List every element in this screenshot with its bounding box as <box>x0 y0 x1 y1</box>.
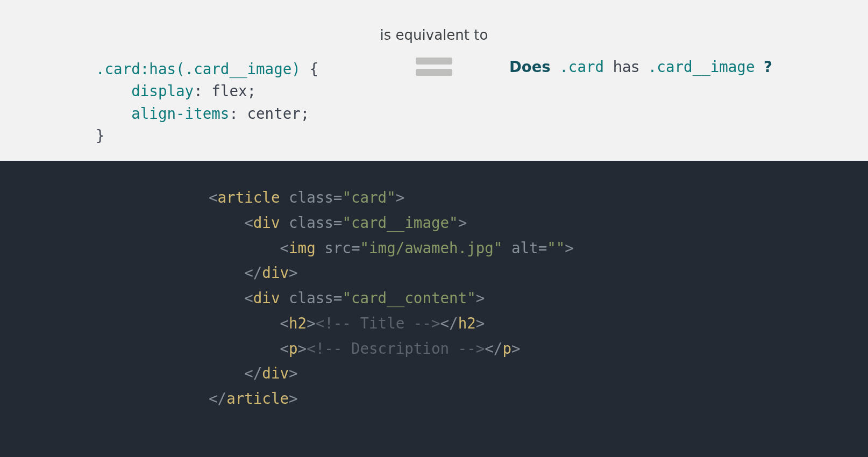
html-tag-h2: h2 <box>458 315 476 332</box>
question-image-class: .card__image <box>648 58 755 75</box>
html-quote: " <box>449 214 458 231</box>
html-equals: = <box>333 189 343 206</box>
html-panel: <article class="card"> <div class="card_… <box>0 161 868 457</box>
css-brace-open: { <box>301 60 318 77</box>
html-equals: = <box>351 239 360 256</box>
html-space <box>280 189 289 206</box>
html-class-card-content: card__content <box>351 289 467 306</box>
html-angle-open: < <box>244 289 253 306</box>
equivalence-panel: is equivalent to .card:has(.card__image)… <box>0 0 868 161</box>
css-selector-card: .card <box>96 60 140 77</box>
css-prop-align-items: align-items <box>131 105 229 122</box>
equiv-label: is equivalent to <box>0 27 868 43</box>
question-qmark: ? <box>764 58 772 75</box>
html-indent <box>209 289 244 306</box>
html-attr-alt: alt <box>511 239 538 256</box>
html-quote: " <box>342 214 351 231</box>
html-indent <box>209 214 244 231</box>
css-selector-close-paren: ) <box>291 60 301 77</box>
css-indent <box>96 105 131 122</box>
html-angle-close: > <box>565 239 574 256</box>
html-tag-article: article <box>226 390 289 407</box>
html-attr-class: class <box>289 189 333 206</box>
html-tag-div: div <box>253 289 280 306</box>
html-src-value: img/awameh.jpg <box>369 239 494 256</box>
html-angle-close: > <box>458 214 467 231</box>
html-space <box>502 239 511 256</box>
html-angle-close: > <box>307 315 316 332</box>
equals-icon <box>416 58 452 76</box>
html-angle-close: > <box>396 189 405 206</box>
html-tag-p: p <box>289 340 298 357</box>
html-angle-open-slash: </ <box>485 340 502 357</box>
html-angle-close: > <box>476 289 485 306</box>
html-tag-article: article <box>218 189 280 206</box>
question-space <box>639 58 648 75</box>
question-space <box>604 58 613 75</box>
html-space <box>280 214 289 231</box>
html-attr-src: src <box>324 239 351 256</box>
css-code-block: .card:has(.card__image) { display: flex;… <box>96 58 318 147</box>
question-does: Does <box>509 58 551 75</box>
html-space <box>280 289 289 306</box>
html-angle-close: > <box>476 315 485 332</box>
html-indent <box>209 239 280 256</box>
html-class-card: card <box>351 189 387 206</box>
question-space <box>551 58 560 75</box>
html-angle-open-slash: </ <box>209 390 226 407</box>
html-angle-close: > <box>298 340 307 357</box>
css-semicolon: ; <box>247 82 257 99</box>
html-quote: " <box>387 189 396 206</box>
html-angle-close: > <box>289 365 298 382</box>
html-tag-div: div <box>262 365 289 382</box>
css-colon: : <box>194 82 211 99</box>
html-quote: " <box>360 239 369 256</box>
html-tag-div: div <box>262 264 289 281</box>
css-colon: : <box>229 105 247 122</box>
html-tag-div: div <box>253 214 280 231</box>
html-code-block: <article class="card"> <div class="card_… <box>209 185 574 411</box>
html-equals: = <box>333 214 343 231</box>
html-class-card-image: card__image <box>351 214 449 231</box>
question-text: Does .card has .card__image ? <box>509 58 772 75</box>
question-space <box>755 58 764 75</box>
html-comment-title: <!-- Title --> <box>316 315 440 332</box>
html-angle-open-slash: </ <box>244 365 262 382</box>
css-value-center: center <box>247 105 300 122</box>
html-attr-class: class <box>289 214 333 231</box>
css-prop-display: display <box>131 82 194 99</box>
html-attr-class: class <box>289 289 333 306</box>
html-angle-open: < <box>280 340 289 357</box>
html-comment-description: <!-- Description --> <box>307 340 485 357</box>
html-quote: " <box>556 239 565 256</box>
css-selector-has: :has( <box>140 60 185 77</box>
html-tag-p: p <box>502 340 511 357</box>
html-quote: " <box>342 289 351 306</box>
html-angle-close: > <box>511 340 521 357</box>
html-angle-close: > <box>289 264 298 281</box>
html-angle-open: < <box>209 189 218 206</box>
html-quote: " <box>547 239 556 256</box>
css-semicolon: ; <box>301 105 310 122</box>
css-indent <box>96 82 131 99</box>
html-angle-open: < <box>280 315 289 332</box>
question-has-word: has <box>613 58 639 75</box>
html-indent <box>209 340 280 357</box>
html-quote: " <box>342 189 351 206</box>
html-indent <box>209 315 280 332</box>
html-quote: " <box>467 289 476 306</box>
html-space <box>316 239 325 256</box>
html-quote: " <box>494 239 503 256</box>
html-angle-open: < <box>280 239 289 256</box>
html-tag-h2: h2 <box>289 315 307 332</box>
html-equals: = <box>333 289 343 306</box>
html-angle-close: > <box>289 390 298 407</box>
css-brace-close: } <box>96 127 105 144</box>
question-card-class: .card <box>559 58 604 75</box>
html-tag-img: img <box>289 239 316 256</box>
html-indent <box>209 264 244 281</box>
html-indent <box>209 365 244 382</box>
html-equals: = <box>538 239 547 256</box>
css-selector-image: .card__image <box>185 60 292 77</box>
html-angle-open: < <box>244 214 253 231</box>
